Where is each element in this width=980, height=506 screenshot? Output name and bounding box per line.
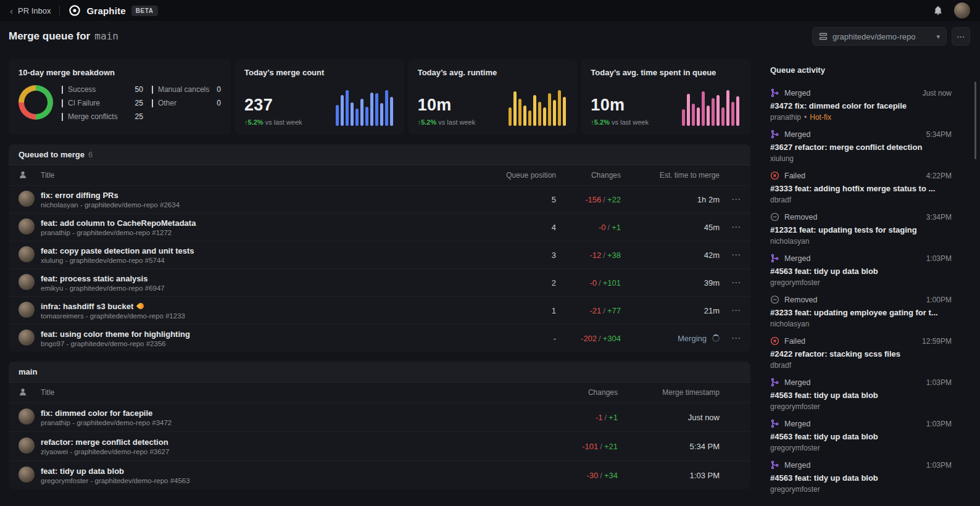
removed-icon xyxy=(770,212,779,222)
pr-subtitle: pranathip - graphitedev/demo-repo #3472 xyxy=(41,419,544,426)
activity-head: Merged 1:03PM xyxy=(770,460,952,470)
legend-item: Manual cancels 0 xyxy=(152,85,221,94)
header-more-button[interactable]: ⋯ xyxy=(952,27,970,46)
legend-value: 0 xyxy=(217,99,221,107)
metric-cards: Today’s merge count 237 ↑5.2% vs last we… xyxy=(235,59,750,135)
pr-title-text: infra: hashdiff s3 bucket xyxy=(41,302,133,311)
row-more-button[interactable]: ⋯ xyxy=(720,249,741,260)
activity-item[interactable]: Removed 1:00PM #3233 feat: updating empl… xyxy=(770,295,952,328)
notifications-bell-icon[interactable] xyxy=(933,6,943,15)
activity-head: Merged 1:03PM xyxy=(770,378,952,387)
status-icon xyxy=(770,336,779,346)
activity-item[interactable]: Merged 1:03PM #4563 feat: tidy up data b… xyxy=(770,460,952,494)
activity-item[interactable]: Merged 1:03PM #4563 feat: tidy up data b… xyxy=(770,254,952,287)
avatar-cell xyxy=(19,191,41,209)
queue-position-value: - xyxy=(482,334,556,343)
table-row[interactable]: fix: error diffing PRs nicholasyan - gra… xyxy=(9,185,750,213)
activity-item[interactable]: Removed 3:34PM #12321 feat: updating tes… xyxy=(770,212,952,246)
activity-list: Merged Just now #3472 fix: dimmed color … xyxy=(770,88,952,494)
legend-marker xyxy=(152,86,153,94)
spark-bar xyxy=(702,91,705,126)
queue-position-value: 3 xyxy=(482,251,556,260)
merged-icon xyxy=(770,88,779,97)
timestamp: 12:59PM xyxy=(922,337,952,346)
activity-author-line: gregorymfoster xyxy=(770,485,952,494)
changes-cell: -0/+1 xyxy=(556,223,621,232)
avatar xyxy=(19,438,35,454)
activity-item[interactable]: Merged 1:03PM #4563 feat: tidy up data b… xyxy=(770,378,952,411)
legend-marker xyxy=(62,99,63,107)
row-more-button[interactable]: ⋯ xyxy=(720,222,741,233)
column-changes: Changes xyxy=(544,388,618,397)
row-more-button[interactable]: ⋯ xyxy=(720,194,741,205)
pr-subtitle: xiulung - graphitedev/demo-repo #5744 xyxy=(41,257,482,264)
activity-item[interactable]: Merged Just now #3472 fix: dimmed color … xyxy=(770,88,952,122)
spark-bar xyxy=(370,93,373,126)
sparkline-bar-chart xyxy=(336,89,393,126)
legend-value: 0 xyxy=(217,85,221,94)
activity-head: Failed 12:59PM xyxy=(770,336,952,346)
activity-item[interactable]: Merged 1:03PM #4563 feat: tidy up data b… xyxy=(770,419,952,452)
est-time-value: 45m xyxy=(704,223,720,232)
changes-separator: / xyxy=(603,251,605,260)
person-icon xyxy=(19,170,41,181)
timestamp: 5:34PM xyxy=(926,130,952,139)
activity-pr-title: #3333 feat: adding hotfix merge status t… xyxy=(770,184,952,193)
legend-item: Merge conflicts 25 xyxy=(62,112,143,121)
back-button[interactable]: ‹ PR Inbox xyxy=(10,6,51,15)
row-more-button[interactable]: ⋯ xyxy=(720,277,741,288)
table-row[interactable]: refactor: merge conflict detection ziyao… xyxy=(9,431,750,460)
activity-item[interactable]: Merged 5:34PM #3627 refactor: merge conf… xyxy=(770,130,952,163)
table-row[interactable]: feat: tidy up data blob gregorymfoster -… xyxy=(9,460,750,489)
activity-pr-title: #4563 feat: tidy up data blob xyxy=(770,473,952,483)
legend-marker xyxy=(62,86,63,94)
activity-author-line: dbradf xyxy=(770,196,952,204)
pr-title: feat: tidy up data blob xyxy=(41,467,544,476)
queue-position-value: 2 xyxy=(482,278,556,288)
timestamp: 3:34PM xyxy=(926,213,952,222)
table-row[interactable]: infra: hashdiff s3 bucket tomasreimers -… xyxy=(9,296,750,324)
metric-left: 10m ↑5.2% vs last week xyxy=(591,96,649,126)
repo-icon xyxy=(819,32,828,41)
additions: +1 xyxy=(608,413,618,422)
pr-subtitle: nicholasyan - graphitedev/demo-repo #263… xyxy=(41,201,482,209)
breakdown-body: Success 50 CI Failure 25 Merge conflicts xyxy=(19,85,221,121)
status-icon xyxy=(770,254,779,263)
merged-rows: fix: dimmed color for facepile pranathip… xyxy=(9,402,750,489)
activity-author-line: nicholasyan xyxy=(770,320,952,328)
sparkline-bar-chart xyxy=(682,89,739,126)
pr-title: fix: dimmed color for facepile xyxy=(41,409,544,418)
repo-selector[interactable]: graphitedev/demo-repo ▾ xyxy=(812,27,947,46)
metric-left: 237 ↑5.2% vs last week xyxy=(244,96,302,126)
table-row[interactable]: fix: dimmed color for facepile pranathip… xyxy=(9,402,750,431)
activity-item[interactable]: Failed 12:59PM #2422 refactor: stacking … xyxy=(770,336,952,370)
user-avatar[interactable] xyxy=(954,2,970,19)
timestamp: 1:03PM xyxy=(926,461,952,470)
table-row[interactable]: feat: using color theme for highlighting… xyxy=(9,324,750,352)
pr-subtitle: tomasreimers - graphitedev/demo-repo #12… xyxy=(41,312,482,320)
spark-bar xyxy=(543,107,546,126)
table-row[interactable]: feat: copy paste detection and unit test… xyxy=(9,241,750,268)
table-row[interactable]: feat: process static analysis emikyu - g… xyxy=(9,268,750,296)
row-more-button[interactable]: ⋯ xyxy=(720,333,741,344)
pr-title-text: feat: process static analysis xyxy=(41,274,147,283)
status-label: Merged xyxy=(784,130,810,139)
spark-bar xyxy=(533,95,536,126)
additions: +77 xyxy=(607,306,621,315)
deletions: -21 xyxy=(590,306,602,315)
queue-position-value: 4 xyxy=(482,223,556,232)
stats-row: 10-day merge breakdown Success 50 xyxy=(9,59,750,135)
table-row[interactable]: feat: add column to CacheRepoMetadata pr… xyxy=(9,213,750,241)
avatar-cell xyxy=(19,330,41,347)
activity-item[interactable]: Failed 4:22PM #3333 feat: adding hotfix … xyxy=(770,171,952,204)
page-header: Merge queue for main graphitedev/demo-re… xyxy=(0,21,980,52)
metric-card: Today’s merge count 237 ↑5.2% vs last we… xyxy=(235,59,404,135)
scrollbar[interactable] xyxy=(974,81,976,159)
est-time-value: 1h 2m xyxy=(697,195,720,204)
brand[interactable]: Graphite BETA xyxy=(69,4,157,17)
removed-icon xyxy=(770,295,779,304)
est-time-value: 21m xyxy=(704,306,720,315)
deletions: -101 xyxy=(582,442,598,451)
row-more-button[interactable]: ⋯ xyxy=(720,305,741,316)
activity-head: Removed 1:00PM xyxy=(770,295,952,304)
